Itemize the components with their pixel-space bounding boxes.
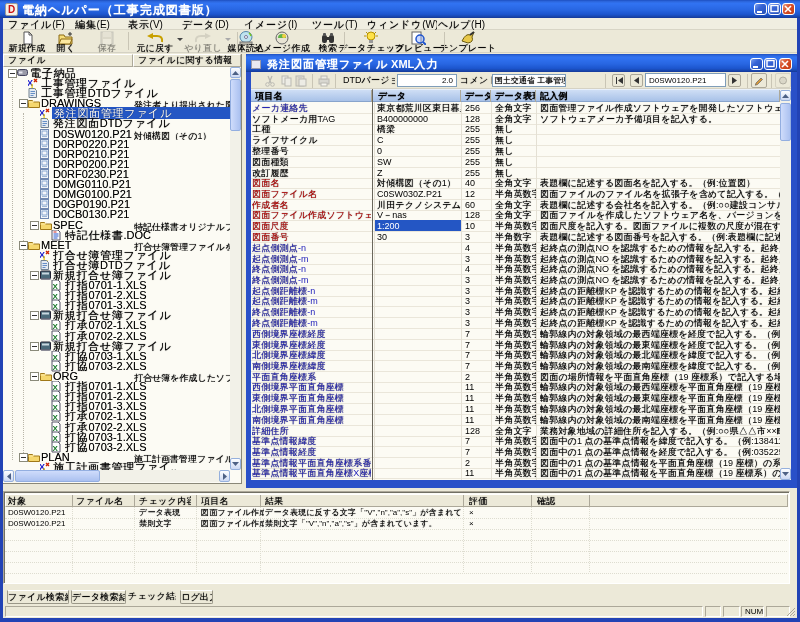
svg-text:X: X <box>53 322 59 331</box>
svg-text:X: X <box>53 413 59 422</box>
